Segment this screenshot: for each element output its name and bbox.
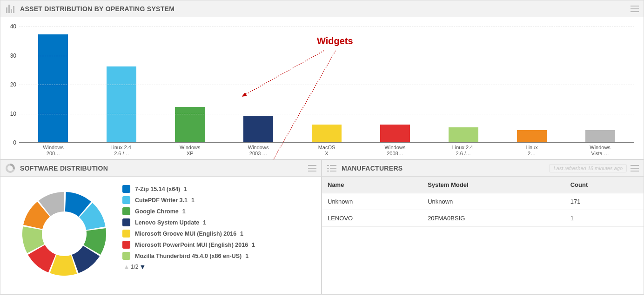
svg-rect-10 [308,165,316,166]
widget-software-distribution: SOFTWARE DISTRIBUTION 7-Zip 15.14 (x64)1… [0,159,322,295]
widget-title: MANUFACTURERS [342,165,402,172]
legend-label: Mozilla Thunderbird 45.4.0 (x86 en-US) [135,253,242,259]
bar[interactable] [107,66,136,142]
legend-label: Google Chrome [135,208,179,215]
cell: 1 [565,210,644,227]
bar[interactable] [517,130,547,142]
svg-rect-18 [330,171,336,172]
xlabel: Linux 2.4- 2.6 /… [87,145,156,156]
donut-chart-icon [5,163,15,173]
svg-rect-16 [330,168,336,169]
legend-swatch [122,252,130,260]
svg-rect-14 [330,165,336,166]
bar[interactable] [175,107,205,142]
legend-swatch [122,230,130,238]
widget-menu-icon[interactable] [631,165,639,172]
xlabel: Windows Vista … [566,145,634,156]
table-header-row: Name System Model Count [322,177,644,193]
manufacturers-table: Name System Model Count UnknownUnknown17… [322,177,644,227]
svg-rect-0 [6,7,7,13]
table-row[interactable]: UnknownUnknown171 [322,193,644,210]
col-model[interactable]: System Model [422,177,565,193]
xlabel: Windows 2003 … [224,145,293,156]
svg-rect-2 [11,9,12,13]
legend-item[interactable]: Lenovo System Update1 [122,218,315,226]
widget-header: SOFTWARE DISTRIBUTION [0,160,321,177]
last-refreshed-badge: Last refreshed 18 minutes ago [549,164,627,172]
software-legend: 7-Zip 15.14 (x64)1CutePDF Writer 3.11Goo… [122,183,315,290]
widget-asset-distribution-os: ASSET DISTRIBUTION BY OPERATING SYSTEM 0… [0,0,644,159]
pager-text: 1/2 [131,264,139,270]
ytick: 40 [6,23,16,30]
annotation-widgets-label: Widgets [317,36,353,46]
legend-item[interactable]: Microsoft PowerPoint MUI (English) 20161 [122,241,315,249]
legend-swatch [122,241,130,249]
ytick: 30 [6,53,16,59]
xlabel: Windows XP [156,145,224,156]
cell: Unknown [322,193,422,210]
cell: Unknown [422,193,565,210]
bar-chart-icon [5,4,15,14]
col-count[interactable]: Count [565,177,644,193]
legend-count: 1 [240,231,243,237]
legend-label: CutePDF Writer 3.1 [135,197,188,204]
svg-rect-6 [631,11,639,12]
widget-title: ASSET DISTRIBUTION BY OPERATING SYSTEM [20,5,174,13]
svg-rect-19 [631,165,639,166]
xlabel: Linux 2… [497,145,566,156]
bar[interactable] [38,34,68,142]
col-name[interactable]: Name [322,177,422,193]
software-donut[interactable] [15,185,113,283]
svg-rect-21 [631,171,639,172]
legend-swatch [122,218,130,226]
legend-pager: ▲1/2▼ [122,263,315,271]
pager-prev-icon: ▲ [123,263,130,271]
cell: 171 [565,193,644,210]
os-chart-body: 010203040 Windows 200…Linux 2.4- 2.6 /…W… [0,17,644,159]
bar[interactable] [585,130,615,142]
legend-item[interactable]: Google Chrome1 [122,207,315,215]
svg-rect-20 [631,168,639,169]
svg-rect-17 [327,171,329,172]
xlabel: Linux 2.4- 2.6 /… [429,145,497,156]
legend-item[interactable]: Microsoft Groove MUI (English) 20161 [122,230,315,238]
bar[interactable] [449,127,478,142]
os-xlabels: Windows 200…Linux 2.4- 2.6 /…Windows XPW… [19,145,634,156]
ytick: 0 [6,139,16,146]
legend-count: 1 [184,186,187,192]
legend-label: Microsoft Groove MUI (English) 2016 [135,231,236,237]
svg-rect-3 [13,6,14,13]
widget-header: ASSET DISTRIBUTION BY OPERATING SYSTEM [0,0,644,17]
svg-rect-15 [327,168,329,169]
legend-item[interactable]: CutePDF Writer 3.11 [122,196,315,204]
svg-rect-13 [327,165,329,166]
donut-wrap [6,183,122,290]
legend-count: 1 [252,242,255,248]
bar[interactable] [243,116,273,142]
bar[interactable] [380,125,410,142]
legend-count: 1 [245,253,248,259]
legend-swatch [122,207,130,215]
legend-label: 7-Zip 15.14 (x64) [135,186,180,192]
legend-swatch [122,196,130,204]
software-body: 7-Zip 15.14 (x64)1CutePDF Writer 3.11Goo… [0,177,321,294]
svg-rect-11 [308,168,316,169]
widget-menu-icon[interactable] [308,165,316,172]
legend-label: Microsoft PowerPoint MUI (English) 2016 [135,242,248,248]
svg-rect-4 [631,6,639,7]
svg-rect-1 [8,5,10,13]
xlabel: Windows 200… [19,145,87,156]
table-row[interactable]: LENOVO20FMA0BSIG1 [322,210,644,227]
legend-item[interactable]: 7-Zip 15.14 (x64)1 [122,185,315,193]
cell: 20FMA0BSIG [422,210,565,227]
widget-header: MANUFACTURERS Last refreshed 18 minutes … [322,160,644,177]
ytick: 10 [6,111,16,117]
bar[interactable] [312,125,342,142]
legend-item[interactable]: Mozilla Thunderbird 45.4.0 (x86 en-US)1 [122,252,315,260]
legend-count: 1 [191,197,195,204]
pager-next-icon[interactable]: ▼ [140,263,146,271]
svg-rect-5 [631,8,639,9]
widget-menu-icon[interactable] [631,6,639,12]
legend-count: 1 [203,219,206,226]
cell: LENOVO [322,210,422,227]
